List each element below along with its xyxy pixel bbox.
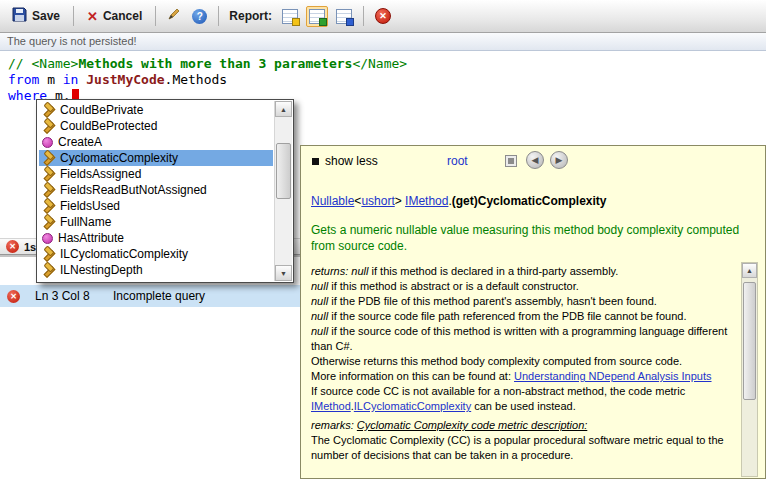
- code-token: // <Name>: [8, 56, 78, 71]
- text-run: if this method is declared in a third-pa…: [368, 265, 618, 277]
- text-run: if this method is abstract or is a defau…: [328, 280, 579, 292]
- doc-scrollbar[interactable]: ▲: [741, 262, 758, 477]
- text-run: null: [311, 325, 328, 337]
- report-label: Report:: [229, 9, 272, 23]
- text-run: Otherwise returns this method body compl…: [311, 355, 682, 367]
- code-token: Methods with more than 3 parameters: [78, 56, 352, 71]
- method-icon: [42, 137, 53, 148]
- red-cross-icon: ✕: [375, 8, 391, 24]
- doc-scroll-up-button[interactable]: ▲: [742, 263, 757, 278]
- intellisense-item-label: CouldBePrivate: [60, 103, 143, 117]
- code-token: .Methods: [165, 72, 228, 87]
- stop-button[interactable]: [505, 155, 517, 167]
- doc-paragraph: The Cyclomatic Complexity (CC) is a popu…: [311, 433, 737, 463]
- intellisense-item[interactable]: FieldsReadButNotAssigned: [39, 182, 273, 198]
- nav-forward-button[interactable]: ▶: [550, 151, 568, 169]
- signature-link[interactable]: Nullable: [311, 194, 354, 208]
- text-run: The Cyclomatic Complexity (CC) is a popu…: [311, 434, 724, 461]
- doc-link[interactable]: IMethod: [311, 400, 351, 412]
- toolbar-separator: [73, 6, 74, 26]
- nav-back-button[interactable]: ◀: [526, 151, 544, 169]
- text-run: if the PDB file of this method parent's …: [328, 295, 657, 307]
- scroll-down-button[interactable]: ▼: [275, 265, 292, 281]
- intellisense-item[interactable]: ILCyclomaticComplexity: [39, 246, 273, 262]
- intellisense-item-label: CreateA: [58, 135, 102, 149]
- intellisense-item[interactable]: CreateA: [39, 134, 273, 150]
- doc-paragraph: More information on this can be found at…: [311, 369, 737, 384]
- cancel-button-label: Cancel: [103, 9, 142, 23]
- intellisense-item-label: FullName: [60, 215, 111, 229]
- intellisense-item[interactable]: HasAttribute: [39, 230, 273, 246]
- save-button-label: Save: [32, 9, 60, 23]
- property-icon: [42, 248, 55, 261]
- code-line: from m in JustMyCode.Methods: [8, 72, 766, 88]
- property-icon: [42, 120, 55, 133]
- intellisense-item-label: ILNestingDepth: [60, 263, 143, 277]
- toolbar-separator: [363, 6, 364, 26]
- toolbar-separator: [155, 6, 156, 26]
- persistence-info-bar: The query is not persisted!: [0, 33, 766, 51]
- toolbar: Save ✕ Cancel ? Report:: [0, 0, 766, 33]
- method-icon: [42, 233, 53, 244]
- report-export-green-button[interactable]: [306, 6, 328, 27]
- intellisense-item-label: HasAttribute: [58, 231, 124, 245]
- property-icon: [42, 216, 55, 229]
- error-message: Incomplete query: [113, 289, 205, 303]
- text-run: null: [311, 295, 328, 307]
- scrollbar-thumb[interactable]: [276, 143, 291, 199]
- property-icon: [42, 264, 55, 277]
- doc-paragraph: null if this method is abstract or is a …: [311, 279, 737, 294]
- root-link[interactable]: root: [447, 154, 468, 168]
- text-run: remarks:: [311, 419, 357, 431]
- pencil-icon: [167, 7, 181, 25]
- doc-scrollbar-thumb[interactable]: [743, 282, 756, 400]
- code-token: m: [39, 72, 62, 87]
- query-error-icon: ✕: [6, 240, 19, 253]
- save-button[interactable]: Save: [7, 4, 65, 28]
- intellisense-item[interactable]: ILNestingDepth: [39, 262, 273, 278]
- intellisense-scrollbar[interactable]: ▲ ▼: [274, 101, 292, 281]
- intellisense-item[interactable]: FieldsAssigned: [39, 166, 273, 182]
- remove-report-button[interactable]: ✕: [372, 5, 394, 27]
- save-icon: [12, 7, 27, 25]
- doc-paragraph: Otherwise returns this method body compl…: [311, 354, 737, 369]
- text-run: (get)CyclomaticComplexity: [452, 194, 607, 208]
- intellisense-item-label: FieldsUsed: [60, 199, 120, 213]
- property-icon: [42, 200, 55, 213]
- property-icon: [42, 104, 55, 117]
- show-less-label: show less: [325, 154, 378, 168]
- doc-paragraph: remarks: Cyclomatic Complexity code metr…: [311, 418, 737, 433]
- doc-link[interactable]: Understanding NDepend Analysis Inputs: [514, 370, 712, 382]
- cancel-button[interactable]: ✕ Cancel: [82, 6, 147, 26]
- doc-link[interactable]: ILCyclomaticComplexity: [354, 400, 471, 412]
- signature-link[interactable]: IMethod: [405, 194, 448, 208]
- signature-link[interactable]: ushort: [361, 194, 394, 208]
- text-run: >: [395, 194, 405, 208]
- text-run: if the source code of this method is wri…: [311, 325, 727, 352]
- intellisense-list: CouldBePrivateCouldBeProtectedCreateACyc…: [39, 102, 273, 280]
- edit-query-button[interactable]: [164, 4, 184, 28]
- report-sheet-blue-icon: [336, 9, 352, 24]
- text-run: null: [351, 265, 368, 277]
- intellisense-item[interactable]: CyclomaticComplexity: [39, 150, 273, 166]
- report-export-yellow-button[interactable]: [279, 6, 301, 27]
- code-line: // <Name>Methods with more than 3 parame…: [8, 56, 766, 72]
- intellisense-item[interactable]: CouldBeProtected: [39, 118, 273, 134]
- intellisense-item[interactable]: CouldBePrivate: [39, 102, 273, 118]
- help-icon: ?: [192, 9, 207, 24]
- scroll-up-button[interactable]: ▲: [275, 101, 292, 117]
- doc-paragraph: null if the source code of this method i…: [311, 324, 737, 354]
- intellisense-item[interactable]: FieldsUsed: [39, 198, 273, 214]
- intellisense-item-label: CouldBeProtected: [60, 119, 157, 133]
- text-run: null: [311, 280, 328, 292]
- intellisense-popup: CouldBePrivateCouldBeProtectedCreateACyc…: [36, 99, 294, 283]
- report-export-blue-button[interactable]: [333, 6, 355, 27]
- report-sheet-green-icon: [309, 9, 325, 24]
- help-button[interactable]: ?: [189, 6, 210, 27]
- doc-signature: Nullable<ushort> IMethod.(get)Cyclomatic…: [311, 194, 606, 208]
- show-less-button[interactable]: show less: [312, 154, 378, 168]
- toolbar-separator: [218, 6, 219, 26]
- text-run: If source code CC is not available for a…: [311, 385, 685, 397]
- text-run: can be used instead.: [471, 400, 576, 412]
- intellisense-item[interactable]: FullName: [39, 214, 273, 230]
